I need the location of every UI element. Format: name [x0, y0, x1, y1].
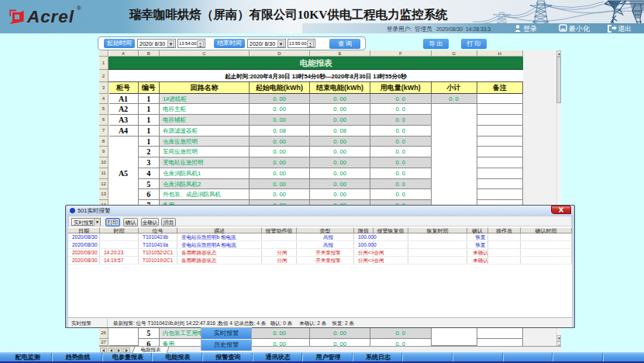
svg-text:登录用户:: 登录用户:: [387, 26, 412, 33]
svg-text:最小化: 最小化: [568, 25, 591, 33]
svg-text:14:28:33.3: 14:28:33.3: [466, 26, 491, 32]
svg-text:®: ®: [77, 5, 81, 12]
svg-text:退出: 退出: [618, 25, 632, 33]
svg-text:登录: 登录: [523, 25, 537, 33]
svg-text:2020/08/30: 2020/08/30: [436, 26, 463, 32]
svg-text:管理员: 管理员: [415, 26, 432, 33]
svg-text:Acrel: Acrel: [26, 7, 74, 26]
svg-text:瑞幸咖啡烘焙（屏南）有限公司10KV供电工程电力监控系统: 瑞幸咖啡烘焙（屏南）有限公司10KV供电工程电力监控系统: [129, 8, 448, 22]
